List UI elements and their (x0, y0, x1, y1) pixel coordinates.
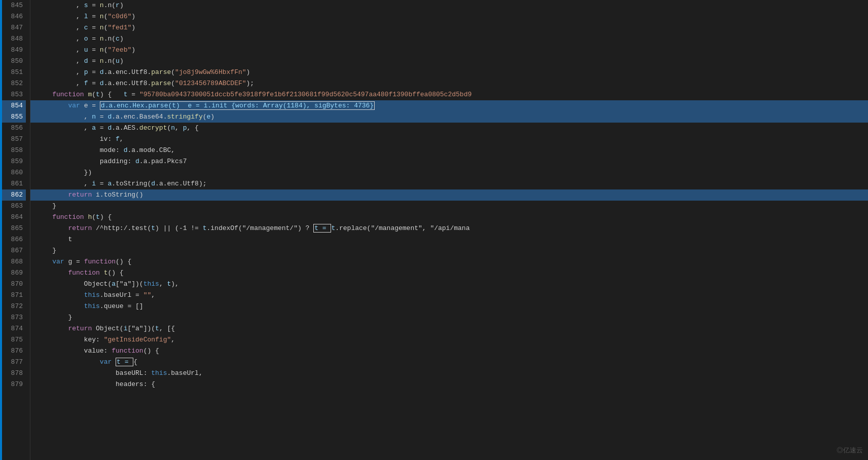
code-line: iv: f, (30, 134, 868, 145)
line-number: 856 (0, 123, 26, 134)
line-number: 870 (0, 279, 26, 290)
code-editor: 8458468478488498508518528538548558568578… (0, 0, 868, 460)
line-number: 854 (0, 100, 26, 111)
code-line: mode: d.a.mode.CBC, (30, 145, 868, 156)
code-line: return i.toString() (30, 189, 868, 201)
watermark: ◎亿速云 (837, 446, 863, 455)
line-number: 878 (0, 368, 26, 379)
line-number: 867 (0, 245, 26, 256)
line-numbers: 8458468478488498508518528538548558568578… (0, 0, 30, 460)
code-line: , s = n.n(r) (30, 0, 868, 11)
line-number: 849 (0, 45, 26, 56)
line-number: 845 (0, 0, 26, 11)
code-line: t (30, 234, 868, 245)
line-number: 863 (0, 201, 26, 212)
code-line: , c = n("fed1") (30, 22, 868, 33)
line-number: 865 (0, 223, 26, 234)
code-line: function h(t) { (30, 212, 868, 223)
code-line: } (30, 312, 868, 323)
code-line: this.queue = [] (30, 301, 868, 312)
code-line: headers: { (30, 379, 868, 390)
code-line: Object(a["a"])(this, t), (30, 279, 868, 290)
line-number: 852 (0, 78, 26, 89)
line-number: 874 (0, 323, 26, 334)
line-number: 847 (0, 22, 26, 33)
code-line: , l = n("c0d6") (30, 11, 868, 22)
code-line: , i = a.toString(d.a.enc.Utf8); (30, 178, 868, 189)
code-line: function m(t) { t = "95780ba09437300051d… (30, 89, 868, 100)
code-line: function t() { (30, 267, 868, 279)
code-line: }) (30, 167, 868, 178)
code-line: key: "getInsideConfig", (30, 334, 868, 346)
line-number: 876 (0, 346, 26, 357)
code-content: , s = n.n(r) , l = n("c0d6") , c = n("fe… (30, 0, 868, 460)
code-line: return Object(i["a"])(t, [{ (30, 323, 868, 334)
line-number: 862 (0, 189, 26, 201)
line-number: 872 (0, 301, 26, 312)
code-line: , f = d.a.enc.Utf8.parse("0123456789ABCD… (30, 78, 868, 89)
code-line: value: function() { (30, 346, 868, 357)
code-line: , a = d.a.AES.decrypt(n, p, { (30, 123, 868, 134)
line-number: 868 (0, 256, 26, 267)
line-number: 861 (0, 178, 26, 189)
code-line: return /^http:/.test(t) || (-1 != t.inde… (30, 223, 868, 234)
line-number: 846 (0, 11, 26, 22)
line-number: 858 (0, 145, 26, 156)
code-line: padding: d.a.pad.Pkcs7 (30, 156, 868, 167)
code-line: var t = { (30, 357, 868, 368)
line-number: 850 (0, 56, 26, 67)
line-number: 855 (0, 111, 26, 123)
line-number: 873 (0, 312, 26, 323)
line-number: 864 (0, 212, 26, 223)
line-number: 879 (0, 379, 26, 390)
code-line: var e = d.a.enc.Hex.parse(t) e = i.init … (30, 100, 868, 111)
line-number: 857 (0, 134, 26, 145)
line-number: 877 (0, 357, 26, 368)
code-line: , d = n.n(u) (30, 56, 868, 67)
active-line-bar (0, 0, 2, 460)
line-number: 866 (0, 234, 26, 245)
code-line: } (30, 201, 868, 212)
code-line: , u = n("7eeb") (30, 45, 868, 56)
code-line: var g = function() { (30, 256, 868, 267)
line-number: 848 (0, 33, 26, 45)
line-number: 853 (0, 89, 26, 100)
line-number: 851 (0, 67, 26, 78)
line-number: 869 (0, 267, 26, 279)
code-line: , n = d.a.enc.Base64.stringify(e) (30, 111, 868, 123)
code-line: } (30, 245, 868, 256)
code-line: baseURL: this.baseUrl, (30, 368, 868, 379)
code-line: this.baseUrl = "", (30, 290, 868, 301)
line-number: 875 (0, 334, 26, 346)
line-number: 871 (0, 290, 26, 301)
code-line: , o = n.n(c) (30, 33, 868, 45)
line-number: 860 (0, 167, 26, 178)
code-line: , p = d.a.enc.Utf8.parse("jo8j9wGw%6Hbxf… (30, 67, 868, 78)
line-number: 859 (0, 156, 26, 167)
